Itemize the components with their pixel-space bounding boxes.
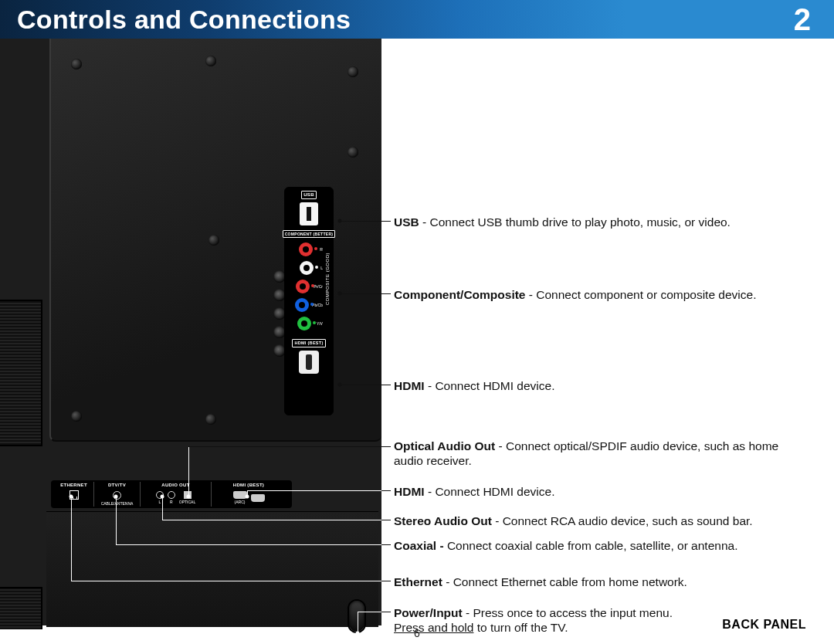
callout-bold: HDMI	[394, 485, 425, 498]
callout-text: - Connect HDMI device.	[425, 379, 555, 392]
callout-bold: Power/Input	[394, 606, 463, 619]
composite-label: COMPOSITE (GOOD)	[325, 253, 330, 305]
leader-line	[381, 490, 391, 491]
rca-caption: Pb/Cb	[312, 303, 323, 307]
leader-line	[116, 497, 117, 544]
callout-text: - Press once to access the input menu.	[463, 606, 673, 619]
audio-out-label: AUDIO OUT	[161, 482, 189, 489]
dtv-label: DTV/TV	[108, 482, 126, 489]
page-number: 6	[0, 627, 834, 639]
callout-text: - Connect Ethernet cable from home netwo…	[442, 575, 687, 588]
leader-line	[71, 497, 72, 581]
callout-text: - Connect HDMI device.	[425, 485, 555, 498]
rca-caption: L	[320, 266, 323, 270]
usb-port-icon	[300, 202, 318, 225]
hdmi-label: HDMI (BEST)	[292, 339, 325, 347]
page-body: USB COMPONENT (BETTER) R L Pr/Cr Pb/Cb Y…	[0, 39, 834, 644]
callout-stereo: Stereo Audio Out - Connect RCA audio dev…	[394, 514, 811, 528]
rca-pr-icon	[296, 280, 310, 293]
chapter-title: Controls and Connections	[17, 5, 351, 35]
callout-coax: Coaxial - Connect coaxial cable from cab…	[394, 538, 811, 553]
hdmi-bottom-label: HDMI (BEST)	[233, 482, 264, 489]
hdmi-port-icon	[299, 351, 319, 374]
leader-line	[358, 612, 381, 612]
leader-line	[116, 544, 381, 545]
speaker-grille	[0, 300, 42, 446]
leader-line	[381, 544, 391, 545]
callout-hdmi-side: HDMI - Connect HDMI device.	[394, 378, 811, 393]
tv-lower-body	[46, 511, 378, 627]
callout-usb: USB - Connect USB thumb drive to play ph…	[394, 215, 811, 229]
rca-y-icon	[297, 317, 311, 330]
hdmi-arc-label: (ARC)	[235, 500, 246, 505]
leader-line	[381, 612, 391, 612]
leader-line	[340, 385, 391, 385]
callout-bold: Ethernet	[394, 575, 442, 588]
audio-r-label: R	[170, 500, 173, 505]
dtv-sublabel: CABLE/ANTENNA	[101, 501, 134, 507]
screw-icon	[208, 235, 219, 246]
screw-icon	[71, 411, 82, 422]
component-label: COMPONENT (BETTER)	[283, 230, 336, 238]
callout-bold: Component/Composite	[394, 288, 526, 301]
chapter-header: Controls and Connections 2	[0, 0, 834, 39]
callout-text: - Connect component or composite device.	[526, 288, 757, 301]
rca-white-icon	[300, 261, 314, 275]
callout-hdmi-bottom: HDMI - Connect HDMI device.	[394, 484, 811, 499]
leader-line	[247, 490, 248, 497]
leader-line	[340, 221, 391, 222]
leader-line	[188, 446, 391, 447]
rca-caption: Pr/Cr	[314, 284, 323, 289]
leader-line	[188, 446, 189, 497]
screw-icon	[348, 66, 358, 77]
rca-pb-icon	[295, 298, 309, 312]
leader-line	[381, 520, 391, 520]
ethernet-label: ETHERNET	[60, 482, 87, 489]
screw-icon	[205, 414, 216, 425]
callout-text: Connect coaxial cable from cable, satell…	[447, 539, 738, 552]
callout-bold: USB	[394, 215, 419, 229]
callout-bold: Coaxial -	[394, 539, 447, 552]
leader-line	[162, 497, 163, 520]
callout-component: Component/Composite - Connect component …	[394, 287, 811, 302]
callout-optical: Optical Audio Out - Connect optical/SPDI…	[394, 439, 811, 469]
screw-icon	[205, 56, 216, 66]
bottom-port-strip: ETHERNET DTV/TV CABLE/ANTENNA AUDIO OUT …	[51, 480, 292, 508]
leader-line	[162, 520, 381, 520]
side-port-plate: USB COMPONENT (BETTER) R L Pr/Cr Pb/Cb Y…	[284, 187, 334, 415]
leader-line	[71, 581, 381, 581]
chapter-number: 2	[794, 2, 811, 37]
rca-port-icon	[168, 491, 175, 499]
screw-icon	[348, 147, 358, 158]
speaker-grille	[0, 587, 42, 629]
rca-caption: R	[320, 247, 323, 252]
audio-optical-label: OPTICAL	[179, 500, 195, 505]
callout-bold: Optical Audio Out	[394, 439, 495, 452]
leader-line	[381, 581, 391, 581]
audio-l-label: L	[158, 500, 161, 505]
callout-bold: HDMI	[394, 379, 425, 392]
usb-label: USB	[301, 191, 317, 199]
screw-icon	[71, 59, 82, 69]
callout-text: - Connect RCA audio device, such as soun…	[492, 514, 753, 527]
leader-line	[340, 293, 391, 294]
callout-bold: Stereo Audio Out	[394, 514, 492, 527]
rca-red-icon	[299, 242, 313, 256]
leader-line	[247, 490, 381, 491]
hdmi-port-icon	[251, 494, 265, 502]
rca-caption: Y/V	[317, 321, 323, 326]
callout-ethernet: Ethernet - Connect Ethernet cable from h…	[394, 575, 811, 589]
callout-text: - Connect USB thumb drive to play photo,…	[419, 215, 731, 229]
tv-back-illustration: USB COMPONENT (BETTER) R L Pr/Cr Pb/Cb Y…	[0, 39, 381, 625]
